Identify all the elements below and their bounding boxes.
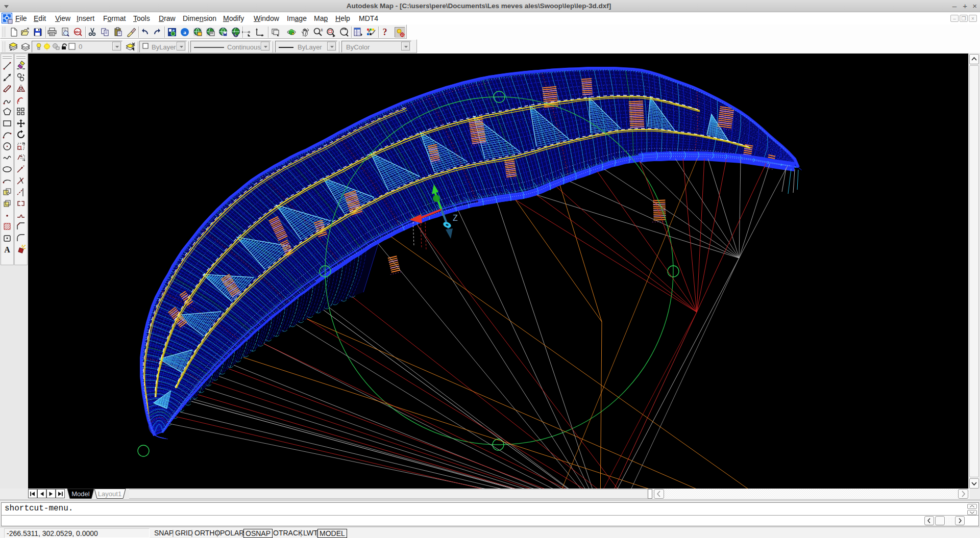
svg-text:Layout1: Layout1 (98, 490, 121, 498)
svg-text:ByLayer: ByLayer (298, 43, 322, 51)
svg-text:abc: abc (75, 30, 81, 34)
svg-text:Model: Model (71, 490, 90, 498)
svg-text:A: A (4, 245, 10, 254)
svg-text:A: A (368, 30, 371, 33)
svg-text:ByLayer: ByLayer (152, 43, 176, 51)
svg-text:Continuous: Continuous (227, 43, 261, 51)
svg-text:0: 0 (79, 43, 82, 50)
svg-text:Z: Z (453, 214, 458, 222)
svg-text:?: ? (383, 27, 387, 37)
svg-text:±: ± (321, 27, 323, 32)
svg-text:a: a (183, 29, 186, 35)
